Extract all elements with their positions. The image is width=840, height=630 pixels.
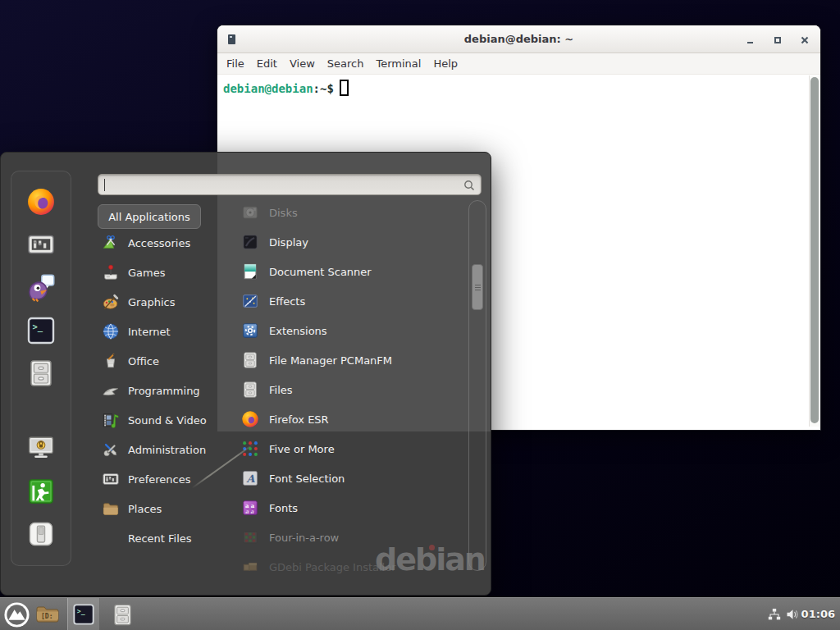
scrollbar-thumb[interactable] bbox=[472, 264, 483, 310]
display-icon bbox=[241, 233, 259, 251]
category-internet[interactable]: Internet bbox=[95, 317, 228, 346]
network-icon[interactable] bbox=[768, 608, 781, 621]
four-in-a-row-icon bbox=[241, 528, 259, 546]
folder-d-icon: [D: bbox=[35, 602, 60, 627]
app-item-file-manager-pcmanfm[interactable]: File Manager PCManFM bbox=[233, 345, 468, 375]
app-item-four-in-a-row[interactable]: Four-in-a-row bbox=[233, 523, 468, 552]
app-item-files[interactable]: Files bbox=[233, 375, 468, 404]
svg-text:A: A bbox=[245, 472, 255, 485]
volume-icon[interactable] bbox=[786, 608, 799, 621]
app-item-display[interactable]: Display bbox=[233, 227, 468, 257]
clock[interactable]: 01:06 bbox=[801, 598, 835, 630]
category-label: Administration bbox=[128, 444, 206, 456]
window-controls bbox=[746, 36, 809, 44]
task-applications-menu[interactable] bbox=[1, 598, 32, 630]
terminal-titlebar[interactable]: debian@debian: ~ bbox=[217, 25, 820, 53]
favorite-firefox[interactable] bbox=[26, 187, 56, 220]
menu-terminal[interactable]: Terminal bbox=[376, 57, 421, 70]
app-item-extensions[interactable]: Extensions bbox=[233, 316, 468, 345]
menu-help[interactable]: Help bbox=[433, 57, 458, 70]
app-item-label: Five or More bbox=[269, 443, 335, 455]
programming-icon bbox=[102, 381, 120, 399]
svg-text:>_: >_ bbox=[33, 322, 43, 332]
category-label: Accessories bbox=[128, 237, 190, 249]
svg-text:a a: a a bbox=[245, 509, 254, 515]
firefox-icon bbox=[241, 410, 259, 428]
category-games[interactable]: Games bbox=[95, 258, 228, 287]
category-label: Preferences bbox=[128, 473, 190, 486]
games-icon bbox=[102, 263, 120, 281]
app-item-label: Files bbox=[269, 384, 293, 396]
category-all-applications[interactable]: All Applications bbox=[98, 204, 201, 229]
category-graphics[interactable]: Graphics bbox=[95, 287, 228, 317]
app-list-scrollbar[interactable] bbox=[468, 200, 486, 571]
app-item-gdebi-package-installer[interactable]: GDebi Package Installer bbox=[233, 552, 468, 582]
favorite-terminal[interactable]: >_ bbox=[26, 316, 56, 349]
task-file-manager[interactable] bbox=[107, 598, 138, 630]
category-office[interactable]: Office bbox=[95, 346, 228, 376]
file-cabinet-icon bbox=[241, 381, 259, 399]
menu-file[interactable]: File bbox=[226, 57, 244, 70]
session-log-out[interactable] bbox=[27, 477, 55, 509]
document-scanner-icon bbox=[241, 262, 259, 281]
category-label: Games bbox=[128, 267, 165, 279]
task-desktop-folder[interactable]: [D: bbox=[33, 598, 62, 630]
app-item-fonts[interactable]: a aa aFonts bbox=[233, 493, 468, 523]
terminal-icon: >_ bbox=[72, 603, 95, 626]
taskbar: [D:>_ 01:06 bbox=[0, 597, 840, 630]
category-places[interactable]: Places bbox=[95, 494, 228, 523]
terminal-scrollbar-thumb[interactable] bbox=[810, 77, 819, 423]
app-item-five-or-more[interactable]: Five or More bbox=[233, 434, 468, 463]
category-label: All Applications bbox=[108, 211, 190, 223]
font-selection-icon: A bbox=[241, 469, 259, 487]
app-item-disks[interactable]: Disks bbox=[233, 198, 468, 227]
app-item-font-selection[interactable]: AFont Selection bbox=[233, 463, 468, 493]
close-button[interactable] bbox=[801, 36, 809, 44]
menu-view[interactable]: View bbox=[290, 57, 315, 70]
accessories-icon bbox=[102, 234, 120, 252]
terminal-prompt: debian@debian:~$ bbox=[223, 80, 349, 96]
app-item-effects[interactable]: Effects bbox=[233, 286, 468, 316]
app-item-label: Font Selection bbox=[269, 472, 345, 485]
category-accessories[interactable]: Accessories bbox=[95, 228, 228, 258]
category-label: Internet bbox=[128, 326, 171, 338]
app-item-document-scanner[interactable]: Document Scanner bbox=[233, 257, 468, 286]
category-administration[interactable]: Administration bbox=[95, 435, 228, 464]
favorite-settings[interactable] bbox=[26, 230, 56, 262]
favorite-file-manager[interactable] bbox=[26, 358, 56, 391]
menu-edit[interactable]: Edit bbox=[257, 57, 277, 70]
search-input[interactable] bbox=[98, 174, 482, 195]
session-shutdown[interactable] bbox=[27, 520, 55, 551]
category-programming[interactable]: Programming bbox=[95, 376, 228, 405]
menu-search[interactable]: Search bbox=[327, 57, 364, 70]
category-sound-video[interactable]: Sound & Video bbox=[95, 405, 228, 435]
shutdown-icon bbox=[27, 520, 55, 548]
favorite-pidgin[interactable] bbox=[26, 273, 56, 306]
app-item-label: Four-in-a-row bbox=[269, 532, 339, 544]
app-item-label: Disks bbox=[269, 207, 298, 219]
category-label: Programming bbox=[128, 385, 200, 397]
category-recent-files[interactable]: Recent Files bbox=[95, 523, 228, 553]
firefox-icon bbox=[26, 187, 56, 217]
prompt-user: debian@debian bbox=[223, 82, 313, 95]
fonts-icon: a aa a bbox=[241, 499, 259, 517]
disks-icon bbox=[241, 203, 259, 221]
svg-text:[D:: [D: bbox=[41, 613, 52, 620]
minimize-button[interactable] bbox=[746, 36, 755, 44]
text-caret bbox=[104, 179, 105, 191]
internet-icon bbox=[102, 322, 120, 340]
app-item-firefox-esr[interactable]: Firefox ESR bbox=[233, 404, 468, 434]
maximize-button[interactable] bbox=[774, 36, 782, 44]
graphics-icon bbox=[102, 293, 120, 311]
category-label: Office bbox=[128, 355, 159, 368]
task-terminal[interactable]: >_ bbox=[67, 598, 100, 630]
category-preferences[interactable]: Preferences bbox=[95, 464, 228, 494]
desktop: debian@debian: ~ FileEditViewSearchTermi… bbox=[0, 0, 840, 630]
session-lock-screen[interactable] bbox=[27, 434, 55, 465]
terminal-scrollbar[interactable] bbox=[809, 75, 819, 427]
category-label: Graphics bbox=[128, 296, 175, 308]
administration-icon bbox=[102, 441, 120, 459]
app-item-label: File Manager PCManFM bbox=[269, 354, 392, 367]
sound-video-icon bbox=[102, 411, 120, 429]
category-label: Sound & Video bbox=[128, 414, 207, 427]
